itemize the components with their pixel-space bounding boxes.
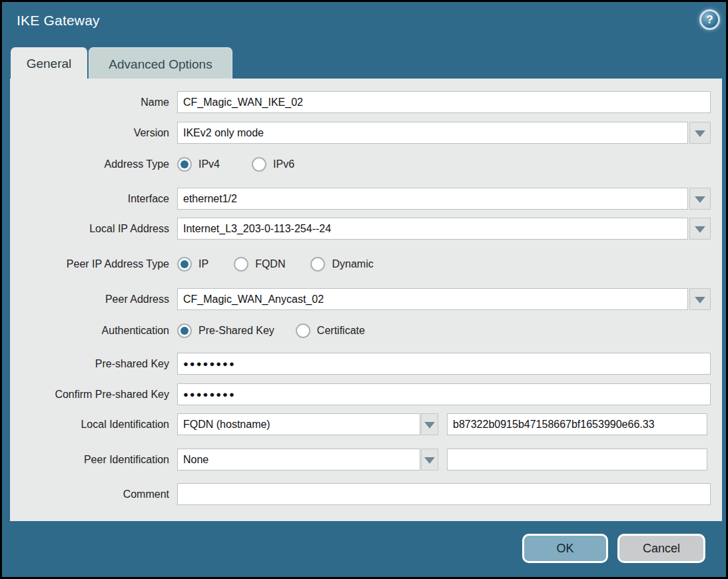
radio-fqdn-label: FQDN	[255, 258, 285, 270]
authentication-radio-group: Pre-Shared Key Certificate	[177, 319, 384, 341]
local-identification-dropdown-button[interactable]	[421, 413, 438, 435]
comment-input[interactable]	[177, 483, 711, 505]
radio-ip[interactable]: IP	[177, 257, 208, 272]
peer-ip-type-row: Peer IP Address Type IP FQDN Dynamic	[10, 253, 722, 275]
interface-dropdown-button[interactable]	[689, 188, 711, 210]
comment-label: Comment	[10, 483, 169, 505]
local-identification-row: Local Identification FQDN (hostname)	[10, 413, 722, 435]
radio-selected-icon[interactable]	[177, 323, 192, 338]
radio-unselected-icon[interactable]	[252, 157, 266, 172]
peer-identification-type-dropdown[interactable]: None	[177, 449, 420, 471]
version-label: Version	[10, 122, 169, 144]
pre-shared-key-row: Pre-shared Key	[10, 353, 722, 375]
cancel-button[interactable]: Cancel	[617, 534, 705, 563]
dialog-title: IKE Gateway	[17, 13, 100, 29]
name-input[interactable]	[177, 91, 711, 113]
address-type-row: Address Type IPv4 IPv6	[10, 153, 722, 175]
name-label: Name	[10, 91, 169, 113]
comment-row: Comment	[10, 483, 722, 505]
radio-dynamic[interactable]: Dynamic	[310, 257, 373, 272]
confirm-pre-shared-key-input[interactable]	[177, 383, 711, 405]
local-identification-value-input[interactable]	[447, 413, 707, 435]
radio-selected-icon[interactable]	[177, 157, 192, 172]
local-ip-dropdown-button[interactable]	[689, 218, 711, 240]
local-identification-type-dropdown[interactable]: FQDN (hostname)	[177, 413, 420, 435]
peer-ip-type-label: Peer IP Address Type	[10, 253, 169, 275]
peer-identification-dropdown-button[interactable]	[421, 449, 438, 471]
chevron-down-icon	[424, 422, 435, 429]
radio-certificate-label: Certificate	[317, 325, 365, 337]
authentication-label: Authentication	[10, 319, 169, 341]
address-type-radio-group: IPv4 IPv6	[177, 153, 313, 175]
radio-unselected-icon[interactable]	[296, 323, 310, 338]
radio-unselected-icon[interactable]	[234, 257, 248, 272]
chevron-down-icon	[695, 196, 705, 203]
ok-button[interactable]: OK	[522, 534, 608, 563]
radio-pre-shared-key-label: Pre-Shared Key	[198, 325, 274, 337]
interface-label: Interface	[10, 188, 169, 210]
peer-address-dropdown[interactable]: CF_Magic_WAN_Anycast_02	[177, 288, 688, 310]
confirm-pre-shared-key-label: Confirm Pre-shared Key	[10, 383, 169, 405]
radio-fqdn[interactable]: FQDN	[234, 257, 285, 272]
tab-general[interactable]: General	[11, 47, 87, 79]
tab-advanced-options[interactable]: Advanced Options	[89, 47, 232, 79]
peer-address-dropdown-button[interactable]	[689, 288, 711, 310]
peer-address-label: Peer Address	[10, 288, 169, 310]
peer-identification-value-input[interactable]	[447, 449, 707, 471]
version-row: Version IKEv2 only mode	[10, 122, 722, 144]
radio-selected-icon[interactable]	[177, 257, 192, 272]
radio-ipv4-label: IPv4	[198, 158, 220, 170]
radio-pre-shared-key[interactable]: Pre-Shared Key	[177, 323, 274, 338]
chevron-down-icon	[695, 226, 705, 233]
version-dropdown-button[interactable]	[689, 122, 711, 144]
authentication-row: Authentication Pre-Shared Key Certificat…	[10, 319, 722, 341]
radio-unselected-icon[interactable]	[310, 257, 325, 272]
pre-shared-key-input[interactable]	[177, 353, 711, 375]
local-ip-label: Local IP Address	[10, 218, 169, 240]
peer-identification-label: Peer Identification	[10, 449, 169, 471]
confirm-pre-shared-key-row: Confirm Pre-shared Key	[10, 383, 722, 405]
radio-ip-label: IP	[198, 258, 208, 270]
local-ip-row: Local IP Address Internet_L3_203-0-113-2…	[10, 218, 722, 240]
peer-address-row: Peer Address CF_Magic_WAN_Anycast_02	[10, 288, 722, 310]
radio-ipv4[interactable]: IPv4	[177, 157, 220, 172]
chevron-down-icon	[424, 457, 435, 464]
interface-dropdown[interactable]: ethernet1/2	[177, 188, 688, 210]
address-type-label: Address Type	[10, 153, 169, 175]
radio-ipv6[interactable]: IPv6	[252, 157, 294, 172]
local-identification-label: Local Identification	[10, 413, 169, 435]
chevron-down-icon	[695, 130, 705, 137]
ike-gateway-dialog: IKE Gateway ? General Advanced Options N…	[0, 0, 728, 579]
local-ip-dropdown[interactable]: Internet_L3_203-0-113-254--24	[177, 218, 688, 240]
version-dropdown[interactable]: IKEv2 only mode	[177, 122, 688, 144]
name-row: Name	[10, 91, 722, 113]
peer-ip-type-radio-group: IP FQDN Dynamic	[177, 253, 392, 275]
general-tab-panel: Name Version IKEv2 only mode Address Typ…	[10, 79, 722, 521]
pre-shared-key-label: Pre-shared Key	[10, 353, 169, 375]
chevron-down-icon	[695, 297, 705, 303]
help-icon[interactable]: ?	[699, 9, 720, 30]
radio-ipv6-label: IPv6	[273, 158, 294, 170]
interface-row: Interface ethernet1/2	[10, 188, 722, 210]
radio-certificate[interactable]: Certificate	[296, 323, 365, 338]
peer-identification-row: Peer Identification None	[10, 449, 722, 471]
radio-dynamic-label: Dynamic	[332, 258, 373, 270]
